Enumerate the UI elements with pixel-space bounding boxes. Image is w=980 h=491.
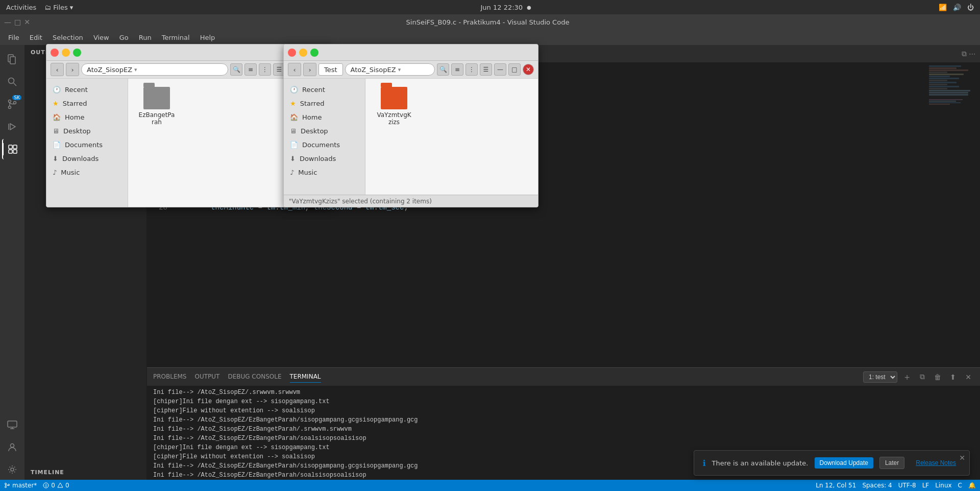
kill-terminal-btn[interactable]: 🗑 xyxy=(932,371,943,383)
fm-left-max-btn[interactable] xyxy=(73,49,81,57)
fm-right-close-btn[interactable] xyxy=(288,49,296,57)
release-notes-button[interactable]: Release Notes xyxy=(911,457,961,469)
fm-right-max-btn[interactable] xyxy=(310,49,318,57)
activities-label[interactable]: Activities xyxy=(6,4,36,11)
fm-left-documents[interactable]: 📄 Documents xyxy=(46,138,128,152)
fm-right-view-btn[interactable]: ≡ xyxy=(451,63,463,76)
menu-go[interactable]: Go xyxy=(115,33,133,42)
fm-right-minimize2-btn[interactable]: — xyxy=(494,63,506,76)
svg-rect-1 xyxy=(10,57,15,64)
fm-right-tab-label[interactable]: Test xyxy=(318,63,343,76)
tab-terminal[interactable]: TERMINAL xyxy=(290,371,321,383)
terminal-selector[interactable]: 1: test xyxy=(863,371,897,383)
fm-right-music[interactable]: ♪ Music xyxy=(284,166,365,179)
menu-file[interactable]: File xyxy=(4,33,23,42)
fm-right-starred[interactable]: ★ Starred xyxy=(284,97,365,110)
menu-edit[interactable]: Edit xyxy=(26,33,46,42)
account-icon[interactable] xyxy=(2,437,22,457)
language-indicator2[interactable]: C xyxy=(958,482,962,489)
fm-left-min-btn[interactable] xyxy=(62,49,70,57)
menu-help[interactable]: Help xyxy=(196,33,219,42)
fm-left-folder-ezbanget[interactable]: EzBangetParah xyxy=(136,87,177,126)
fm-right-close2-btn[interactable]: ✕ xyxy=(523,64,534,75)
fm-right-home[interactable]: 🏠 Home xyxy=(284,110,365,124)
files-icon: 🗂 xyxy=(44,4,51,11)
encoding-indicator[interactable]: UTF-8 xyxy=(898,482,916,489)
more-actions-icon[interactable]: ⋯ xyxy=(969,50,976,58)
menu-view[interactable]: View xyxy=(89,33,113,42)
fm-left-recent[interactable]: 🕐 Recent xyxy=(46,83,128,97)
tab-debug-console[interactable]: DEBUG CONSOLE xyxy=(228,371,281,383)
run-debug-icon[interactable] xyxy=(2,116,22,137)
bell-icon[interactable]: 🔔 xyxy=(968,482,976,489)
errors-warnings[interactable]: 0 0 0 xyxy=(43,482,69,489)
fm-right-path[interactable]: AtoZ_SisopEZ ▾ xyxy=(345,63,435,76)
fm-right-desktop[interactable]: 🖥 Desktop xyxy=(284,124,365,138)
fm-left-path[interactable]: AtoZ_SisopEZ ▾ xyxy=(81,63,228,76)
files-menu[interactable]: 🗂 Files ▾ xyxy=(44,4,73,11)
split-editor-icon[interactable]: ⧉ xyxy=(962,50,967,58)
fm-right-recent[interactable]: 🕐 Recent xyxy=(284,83,365,97)
menu-terminal[interactable]: Terminal xyxy=(158,33,194,42)
title-close-btn[interactable]: ✕ xyxy=(24,18,30,26)
later-button[interactable]: Later xyxy=(879,457,904,469)
remote-icon[interactable] xyxy=(2,414,22,435)
cursor-position[interactable]: Ln 12, Col 51 xyxy=(816,482,856,489)
fm-left-close-btn[interactable] xyxy=(51,49,59,57)
svg-point-20 xyxy=(5,486,7,488)
fm-left-starred[interactable]: ★ Starred xyxy=(46,97,128,110)
extensions-icon[interactable] xyxy=(2,139,22,159)
download-update-button[interactable]: Download Update xyxy=(815,457,873,469)
fm-left-documents-label: Documents xyxy=(65,141,103,149)
svg-text:0: 0 xyxy=(45,484,47,488)
split-terminal-btn[interactable]: ⧉ xyxy=(917,371,928,383)
fm-right-music-icon: ♪ xyxy=(290,169,294,176)
fm-left-downloads[interactable]: ⬇ Downloads xyxy=(46,152,128,166)
fm-left-home[interactable]: 🏠 Home xyxy=(46,110,128,124)
fm-right-downloads[interactable]: ⬇ Downloads xyxy=(284,152,365,166)
close-panel-btn[interactable]: ✕ xyxy=(963,371,974,383)
settings-icon[interactable] xyxy=(2,459,22,480)
explorer-icon[interactable] xyxy=(2,49,22,69)
svg-marker-25 xyxy=(58,483,63,487)
fm-right-list-btn[interactable]: ⋮ xyxy=(465,63,478,76)
fm-left-back-btn[interactable]: ‹ xyxy=(51,63,64,76)
fm-left-home-label: Home xyxy=(65,113,84,121)
fm-left-search-btn[interactable]: 🔍 xyxy=(230,63,242,76)
timeline-header[interactable]: TIMELINE xyxy=(24,465,146,480)
svg-rect-14 xyxy=(8,421,17,427)
tab-output[interactable]: OUTPUT xyxy=(195,371,220,383)
menu-selection[interactable]: Selection xyxy=(48,33,87,42)
tab-problems[interactable]: PROBLEMS xyxy=(153,371,187,383)
update-message: There is an available update. xyxy=(712,459,808,467)
fm-right-maximize2-btn[interactable]: □ xyxy=(508,63,521,76)
fm-left-folder-label: EzBangetParah xyxy=(139,111,175,126)
fm-right-back-btn[interactable]: ‹ xyxy=(288,63,301,76)
title-maximize-btn[interactable]: □ xyxy=(14,18,21,26)
notification-close-icon[interactable]: ✕ xyxy=(959,454,965,462)
maximize-panel-btn[interactable]: ⬆ xyxy=(947,371,959,383)
home-icon: 🏠 xyxy=(53,113,61,121)
fm-right-folder-vay[interactable]: VaYzmtvgKzizs xyxy=(374,87,414,126)
fm-left-list-btn[interactable]: ⋮ xyxy=(259,63,271,76)
menu-run[interactable]: Run xyxy=(135,33,156,42)
fm-right-search-btn[interactable]: 🔍 xyxy=(437,63,449,76)
title-minimize-btn[interactable]: — xyxy=(4,18,11,26)
fm-right-documents[interactable]: 📄 Documents xyxy=(284,138,365,152)
git-branch[interactable]: master* xyxy=(4,482,37,489)
search-icon[interactable] xyxy=(2,72,22,92)
fm-left-music[interactable]: ♪ Music xyxy=(46,166,128,179)
fm-right-min-btn[interactable] xyxy=(299,49,307,57)
language-indicator[interactable]: Linux xyxy=(935,482,951,489)
fm-left-view-btn[interactable]: ≡ xyxy=(244,63,257,76)
fm-right-more-btn[interactable]: ☰ xyxy=(480,63,492,76)
system-bar: Activities 🗂 Files ▾ Jun 12 22:30 ● 📶 🔊 … xyxy=(0,0,980,14)
source-control-icon[interactable]: SK xyxy=(2,94,22,114)
spaces-indicator[interactable]: Spaces: 4 xyxy=(862,482,892,489)
fm-right-starred-icon: ★ xyxy=(290,100,296,107)
fm-right-forward-btn[interactable]: › xyxy=(303,63,316,76)
new-terminal-btn[interactable]: + xyxy=(901,371,913,383)
fm-left-desktop[interactable]: 🖥 Desktop xyxy=(46,124,128,138)
fm-left-forward-btn[interactable]: › xyxy=(66,63,79,76)
line-ending-indicator[interactable]: LF xyxy=(922,482,929,489)
